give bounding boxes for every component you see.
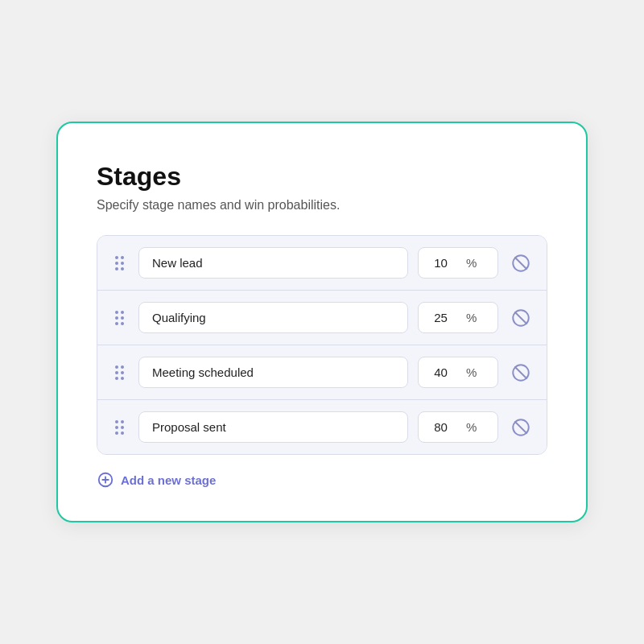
drag-dot (115, 267, 118, 270)
add-circle-icon (97, 471, 114, 489)
stage-name-input[interactable] (138, 302, 408, 333)
drag-dot (115, 365, 118, 369)
drag-dot (115, 371, 118, 374)
stage-row: % (97, 291, 547, 345)
stages-list: % (97, 235, 547, 455)
drag-dot (121, 256, 124, 259)
stage-name-input[interactable] (138, 357, 408, 388)
drag-dot (115, 377, 118, 380)
drag-dot (121, 420, 124, 423)
percent-input[interactable] (419, 357, 463, 387)
drag-dot (121, 426, 124, 429)
drag-dot (121, 431, 124, 435)
drag-dot (121, 311, 124, 314)
svg-line-1 (515, 257, 526, 268)
drag-handle[interactable] (110, 417, 129, 438)
percent-symbol: % (463, 303, 485, 332)
drag-dot (121, 267, 124, 270)
percent-symbol: % (463, 357, 485, 387)
ban-icon (510, 308, 531, 328)
ban-icon (510, 362, 531, 383)
svg-line-3 (515, 312, 526, 323)
delete-stage-button[interactable] (508, 415, 534, 440)
drag-dot (115, 322, 118, 325)
stages-card: Stages Specify stage names and win proba… (56, 122, 588, 522)
drag-dot (121, 371, 124, 374)
percent-group: % (418, 411, 498, 443)
delete-stage-button[interactable] (508, 250, 534, 276)
drag-dot (115, 426, 118, 429)
delete-stage-button[interactable] (508, 360, 534, 386)
ban-icon (510, 417, 531, 438)
add-stage-label: Add a new stage (121, 473, 216, 487)
drag-dot (115, 420, 118, 423)
drag-handle[interactable] (110, 308, 129, 328)
percent-symbol: % (463, 412, 485, 442)
drag-dot (121, 322, 124, 325)
drag-dot (115, 311, 118, 314)
drag-handle[interactable] (110, 362, 129, 383)
svg-line-7 (515, 421, 526, 432)
ban-icon (510, 253, 531, 274)
drag-dot (121, 365, 124, 369)
drag-dot (121, 316, 124, 320)
card-subtitle: Specify stage names and win probabilitie… (97, 198, 547, 213)
percent-group: % (418, 247, 498, 279)
svg-line-5 (515, 366, 526, 378)
drag-dot (121, 262, 124, 265)
delete-stage-button[interactable] (508, 305, 534, 331)
percent-group: % (418, 302, 498, 333)
stage-name-input[interactable] (138, 411, 408, 443)
drag-dot (121, 377, 124, 380)
percent-symbol: % (463, 248, 485, 278)
drag-dot (115, 431, 118, 435)
drag-dot (115, 316, 118, 320)
percent-input[interactable] (419, 248, 463, 278)
stage-row: % (97, 236, 547, 291)
percent-input[interactable] (419, 303, 463, 332)
stage-row: % (97, 345, 547, 400)
drag-handle[interactable] (110, 253, 129, 274)
stage-row: % (97, 400, 547, 454)
drag-dot (115, 256, 118, 259)
drag-dot (115, 262, 118, 265)
percent-input[interactable] (419, 412, 463, 442)
stage-name-input[interactable] (138, 247, 408, 279)
percent-group: % (418, 357, 498, 388)
add-stage-button[interactable]: Add a new stage (97, 471, 216, 489)
card-title: Stages (97, 162, 547, 192)
